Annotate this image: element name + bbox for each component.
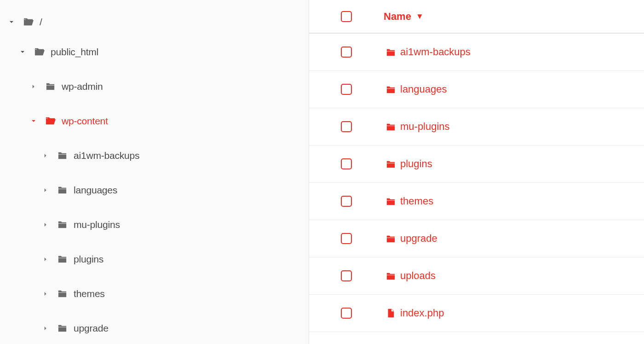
folder-closed-icon xyxy=(55,254,69,264)
tree-item-label: upgrade xyxy=(74,323,109,334)
tree-item-wp-content[interactable]: wp-content xyxy=(6,104,309,138)
tree-item-label: mu-plugins xyxy=(74,219,120,230)
chevron-right-icon xyxy=(29,83,39,90)
file-name: languages xyxy=(400,83,447,95)
chevron-right-icon xyxy=(40,291,51,297)
folder-closed-icon xyxy=(384,159,397,169)
folder-closed-icon xyxy=(43,81,57,92)
table-row[interactable]: ai1wm-backups xyxy=(309,34,644,71)
tree-item-wp-admin[interactable]: wp-admin xyxy=(6,69,309,104)
chevron-right-icon xyxy=(40,325,51,332)
table-row[interactable]: mu-plugins xyxy=(309,108,644,146)
tree-item-ai1wm-backups[interactable]: ai1wm-backups xyxy=(6,138,309,173)
tree-item-public-html[interactable]: public_html xyxy=(6,35,309,69)
folder-open-icon xyxy=(21,17,35,27)
chevron-right-icon xyxy=(40,222,51,228)
file-name: plugins xyxy=(400,158,432,170)
file-name: mu-plugins xyxy=(400,121,450,133)
tree-item-label: wp-admin xyxy=(62,81,103,92)
folder-closed-icon xyxy=(55,323,69,333)
folder-closed-icon xyxy=(384,122,397,132)
tree-item-label: themes xyxy=(74,288,105,299)
table-row[interactable]: plugins xyxy=(309,146,644,183)
tree-item-themes[interactable]: themes xyxy=(6,276,309,311)
tree-item-upgrade[interactable]: upgrade xyxy=(6,311,309,344)
sort-desc-icon: ▼ xyxy=(416,12,424,21)
row-checkbox[interactable] xyxy=(341,47,352,58)
tree-item-label: public_html xyxy=(51,47,98,58)
row-checkbox[interactable] xyxy=(341,158,352,169)
chevron-down-icon xyxy=(29,118,39,124)
file-name: upgrade xyxy=(400,233,437,245)
tree-item-label: wp-content xyxy=(62,116,108,127)
select-all-checkbox[interactable] xyxy=(341,11,352,22)
folder-open-icon xyxy=(32,47,46,57)
chevron-down-icon xyxy=(17,49,28,55)
file-name: uploads xyxy=(400,270,436,282)
folder-closed-icon xyxy=(55,288,69,299)
table-row[interactable]: upgrade xyxy=(309,220,644,257)
tree-item-label: / xyxy=(40,17,42,28)
row-checkbox[interactable] xyxy=(341,233,352,244)
file-name: index.php xyxy=(400,307,444,319)
chevron-right-icon xyxy=(40,152,51,159)
tree-item-plugins[interactable]: plugins xyxy=(6,242,309,276)
table-header: Name ▼ xyxy=(309,0,644,34)
chevron-right-icon xyxy=(40,187,51,193)
folder-closed-icon xyxy=(55,219,69,230)
file-name: ai1wm-backups xyxy=(400,46,471,58)
row-checkbox[interactable] xyxy=(341,196,352,207)
table-row[interactable]: languages xyxy=(309,71,644,108)
folder-closed-icon xyxy=(55,185,69,195)
folder-closed-icon xyxy=(384,84,397,95)
row-checkbox[interactable] xyxy=(341,308,352,319)
tree-item-root[interactable]: / xyxy=(6,9,309,35)
tree-item-mu-plugins[interactable]: mu-plugins xyxy=(6,207,309,242)
row-checkbox[interactable] xyxy=(341,84,352,95)
folder-closed-icon xyxy=(384,47,397,58)
column-header-name[interactable]: Name ▼ xyxy=(384,11,424,23)
chevron-right-icon xyxy=(40,256,51,262)
folder-closed-icon xyxy=(384,196,397,207)
column-header-label: Name xyxy=(384,11,411,23)
folder-closed-icon xyxy=(384,271,397,281)
table-row[interactable]: index.php xyxy=(309,295,644,332)
chevron-down-icon xyxy=(6,19,17,25)
tree-item-languages[interactable]: languages xyxy=(6,173,309,207)
row-checkbox[interactable] xyxy=(341,270,352,281)
file-icon xyxy=(384,307,397,319)
table-row[interactable]: themes xyxy=(309,183,644,220)
file-name: themes xyxy=(400,195,433,207)
folder-open-icon xyxy=(43,116,57,126)
file-table: Name ▼ ai1wm-backups languages mu-plugin… xyxy=(309,0,644,344)
folder-closed-icon xyxy=(384,233,397,244)
folder-closed-icon xyxy=(55,150,69,161)
row-checkbox[interactable] xyxy=(341,121,352,132)
folder-tree-sidebar: / public_html wp-admin wp-content xyxy=(0,0,309,344)
tree-item-label: plugins xyxy=(74,254,104,265)
tree-item-label: ai1wm-backups xyxy=(74,150,139,161)
tree-item-label: languages xyxy=(74,185,117,196)
table-row[interactable]: uploads xyxy=(309,257,644,295)
